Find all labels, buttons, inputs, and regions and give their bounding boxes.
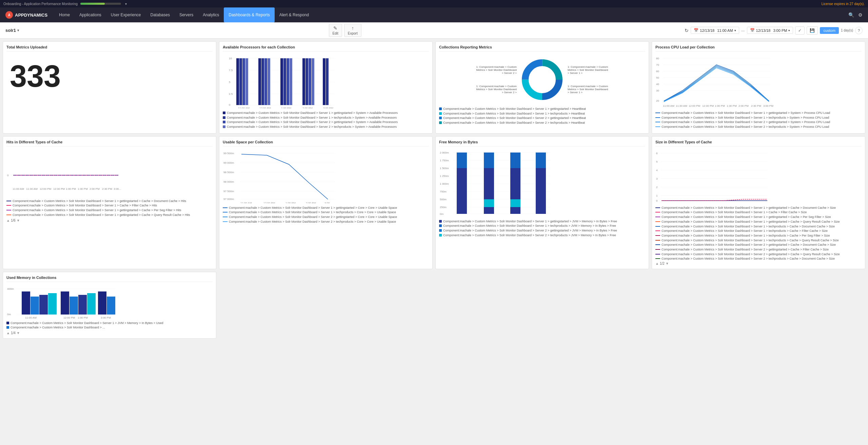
scroll-up-icon[interactable]: ▲ (6, 219, 10, 222)
svg-rect-24 (309, 58, 311, 105)
nav-item-dashboards[interactable]: Dashboards & Reports (224, 7, 274, 22)
legend-item: Component:machale > Custom Metrics > Sol… (439, 224, 645, 228)
size-cache-chart: 6 5 4 3 2 1 0 11:00 AM 11:30 AM (655, 149, 862, 204)
svg-text:1: 1 (656, 194, 658, 197)
refresh-icon[interactable]: ↻ (685, 28, 689, 33)
widget-usable-space: Usable Space per Collection 99 500m 99 0… (219, 136, 433, 269)
chevron-date-to-icon: ▾ (788, 29, 790, 32)
scroll-down-icon3[interactable]: ▼ (17, 331, 20, 335)
scroll-up-icon3[interactable]: ▲ (6, 331, 10, 335)
svg-rect-114 (510, 199, 520, 207)
nav-item-home[interactable]: Home (54, 7, 75, 22)
legend-color (223, 116, 225, 119)
search-icon[interactable]: 🔍 (848, 12, 854, 18)
dashboard-selector[interactable]: solr1 ▾ (5, 28, 19, 33)
svg-rect-158 (107, 297, 115, 315)
help-button[interactable]: ? (855, 27, 863, 34)
svg-rect-156 (87, 293, 96, 315)
date-from: 12/13/18 (700, 28, 714, 33)
legend-item: Component:machale > Custom Metrics > Sol… (439, 220, 645, 224)
legend-item: Component:machale > Custom Metrics > Sol… (655, 125, 862, 129)
export-icon: ↑ (352, 25, 354, 31)
legend-item: Component:machale > Custom Metrics > Sol… (655, 234, 862, 238)
legend-item: Component:machale > Custom Metrics > Sol… (6, 213, 213, 217)
svg-text:3:00...: 3:00... (114, 187, 121, 190)
checkmark-button[interactable]: ✓ (795, 26, 805, 35)
process-cpu-svg: 80 70 60 50 40 30 20 (655, 54, 862, 108)
svg-rect-153 (61, 291, 69, 315)
svg-text:1:00 PM: 1:00 PM (285, 202, 296, 203)
app-logo[interactable]: A APPDYNAMICS (5, 11, 47, 19)
svg-rect-155 (78, 295, 87, 315)
svg-text:11:00 AM: 11:00 AM (240, 202, 252, 203)
custom-range-button[interactable]: custom (820, 27, 839, 34)
svg-text:1 750m: 1 750m (440, 159, 449, 162)
process-cpu-chart: 80 70 60 50 40 30 20 (655, 54, 862, 109)
svg-text:2: 2 (656, 186, 658, 189)
svg-text:5: 5 (656, 160, 658, 163)
save-button[interactable]: 💾 (807, 26, 818, 35)
svg-text:12:30 PM: 12:30 PM (702, 104, 714, 107)
svg-text:1:00 PM: 1:00 PM (78, 316, 88, 319)
hits-cache-title: Hits in Different Types of Cache (6, 140, 213, 146)
scroll-down-icon[interactable]: ▼ (17, 219, 20, 222)
svg-text:750m: 750m (440, 190, 447, 193)
date-from-control[interactable]: 📅 12/13/18 11:00 AM ▾ (691, 27, 739, 34)
scroll-up-icon2[interactable]: ▲ (655, 262, 659, 265)
svg-text:0: 0 (656, 199, 658, 202)
legend-color (223, 112, 225, 114)
widget-available-processors: Available Processors for each Collection… (219, 41, 433, 134)
export-button[interactable]: ↑ Export (344, 24, 361, 37)
nav-item-servers[interactable]: Servers (175, 7, 198, 22)
svg-rect-18 (280, 58, 283, 105)
svg-text:12:00 PM: 12:00 PM (687, 203, 699, 203)
nav-item-user-experience[interactable]: User Experience (106, 7, 146, 22)
widget-free-memory: Free Memory in Bytes 2 000m 1 750m 1 500… (435, 136, 649, 269)
svg-text:2.5: 2.5 (229, 93, 233, 96)
nav-item-analytics[interactable]: Analytics (198, 7, 224, 22)
edit-icon: ✎ (333, 25, 337, 31)
nav-item-applications[interactable]: Applications (75, 7, 106, 22)
svg-rect-27 (326, 58, 329, 105)
svg-text:1 250m: 1 250m (440, 175, 449, 178)
scroll-down-icon2[interactable]: ▼ (666, 262, 669, 265)
svg-text:2:30 PM: 2:30 PM (751, 104, 761, 107)
edit-button[interactable]: ✎ Edit (329, 24, 342, 37)
legend-item: Component:machale > Custom Metrics > Sol… (6, 199, 213, 203)
svg-text:1:30 PM: 1:30 PM (78, 187, 88, 190)
svg-text:3:00 PM: 3:00 PM (763, 203, 773, 203)
svg-rect-19 (283, 58, 286, 105)
svg-text:12:30 PM: 12:30 PM (53, 187, 65, 190)
legend-item: Component:machale > Custom Metrics > Sol… (655, 239, 862, 243)
svg-rect-11 (239, 58, 242, 105)
nav-item-databases[interactable]: Databases (146, 7, 175, 22)
svg-rect-20 (287, 58, 289, 105)
svg-text:2:30 PM: 2:30 PM (750, 203, 761, 203)
svg-rect-115 (536, 168, 546, 214)
size-cache-page: 1/2 (660, 262, 665, 265)
gear-icon[interactable]: ⚙ (858, 12, 863, 18)
legend-item: Component:machale > Custom Metrics > Sol… (655, 225, 862, 229)
legend-item: Component:machale > Custom Metrics > Sol… (6, 208, 213, 213)
svg-rect-110 (484, 153, 494, 168)
svg-text:0m: 0m (7, 313, 11, 316)
svg-text:2:30 PM: 2:30 PM (102, 187, 112, 190)
svg-text:11:00 AM: 11:00 AM (25, 316, 37, 319)
svg-text:99 000m: 99 000m (223, 161, 234, 164)
svg-text:99 500m: 99 500m (223, 152, 234, 155)
svg-rect-10 (236, 58, 239, 105)
dashboard-row2: Hits in Different Types of Cache 0 11:00… (0, 136, 868, 272)
chevron-down-icon[interactable]: ▾ (125, 2, 127, 6)
svg-rect-23 (305, 58, 308, 105)
available-processors-title: Available Processors for each Collection (223, 45, 429, 52)
legend-item: Component:machale > Custom Metrics > Sol… (223, 210, 429, 215)
toolbar: solr1 ▾ ✎ Edit ↑ Export ↻ 📅 12/13/18 11:… (0, 22, 868, 39)
nav-item-alert[interactable]: Alert & Respond (275, 7, 314, 22)
svg-rect-15 (261, 58, 264, 105)
used-memory-title: Used Memory in Collections (6, 276, 213, 282)
date-to-control[interactable]: 📅 12/13/18 3:00 PM ▾ (747, 27, 793, 34)
donut-chart-svg (520, 58, 564, 102)
svg-text:400m: 400m (7, 287, 14, 290)
legend-item: Component:machale > Custom Metrics > Sol… (439, 121, 645, 125)
legend-item: Component:machale > Custom Metrics > Sol… (6, 204, 213, 208)
